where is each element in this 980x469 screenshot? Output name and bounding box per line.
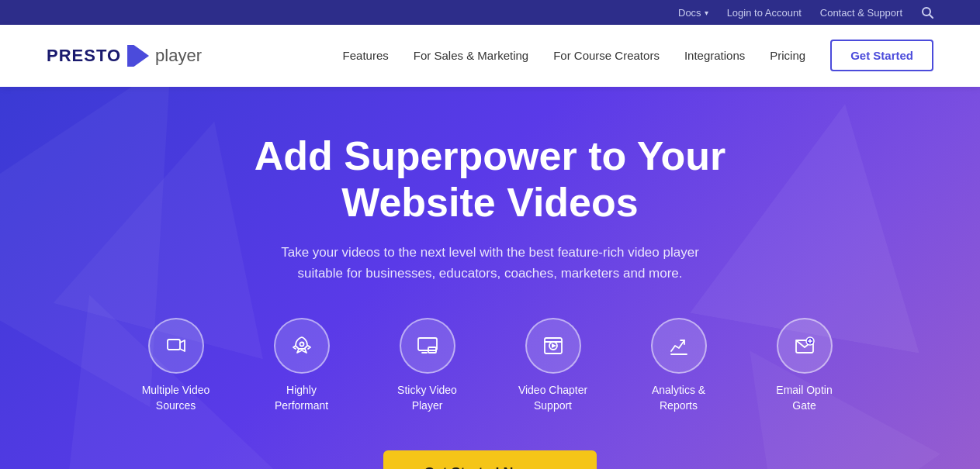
nav-course-creators[interactable]: For Course Creators	[553, 49, 660, 62]
hero-section: Add Superpower to Your Website Videos Ta…	[0, 87, 980, 469]
nav-integrations[interactable]: Integrations	[684, 49, 745, 62]
rocket-icon	[290, 334, 313, 357]
feature-video-chapter-label: Video ChapterSupport	[518, 383, 587, 413]
nav-features[interactable]: Features	[343, 49, 389, 62]
chevron-down-icon: ▾	[705, 9, 708, 17]
logo[interactable]: PRESTO player	[47, 45, 202, 67]
sticky-video-icon-circle	[400, 318, 455, 374]
feature-analytics: Analytics &Reports	[636, 318, 722, 413]
highly-performant-icon-circle	[274, 318, 330, 374]
analytics-icon-circle	[651, 318, 707, 374]
multiple-video-icon-circle	[148, 318, 204, 374]
nav-sales-marketing[interactable]: For Sales & Marketing	[414, 49, 528, 62]
docs-link[interactable]: Docs ▾	[678, 7, 708, 19]
feature-video-chapter: Video ChapterSupport	[511, 318, 596, 413]
svg-rect-2	[168, 340, 180, 350]
support-link[interactable]: Contact & Support	[820, 7, 902, 19]
docs-label: Docs	[678, 7, 701, 19]
sticky-player-icon	[416, 334, 439, 357]
svg-line-1	[930, 15, 933, 18]
feature-analytics-label: Analytics &Reports	[652, 383, 705, 413]
video-chapter-icon-circle	[525, 318, 581, 374]
svg-point-3	[300, 342, 303, 346]
cta-label: Get Started Now	[424, 465, 532, 469]
feature-highly-performant-label: HighlyPerformant	[275, 383, 328, 413]
chapter-icon	[542, 334, 565, 357]
email-optin-icon-circle	[777, 318, 833, 374]
nav-get-started-button[interactable]: Get Started	[830, 40, 933, 71]
feature-email-optin-label: Email OptinGate	[776, 383, 832, 413]
bg-shape-2	[690, 87, 960, 353]
email-icon	[793, 334, 816, 357]
main-nav: PRESTO player Features For Sales & Marke…	[0, 25, 980, 87]
feature-sticky-video: Sticky VideoPlayer	[385, 318, 470, 413]
svg-rect-4	[418, 338, 437, 350]
feature-multiple-video: Multiple VideoSources	[133, 318, 219, 413]
svg-marker-9	[552, 343, 556, 348]
nav-links: Features For Sales & Marketing For Cours…	[343, 49, 933, 63]
hero-subtitle: Take your videos to the next level with …	[273, 242, 708, 284]
nav-pricing[interactable]: Pricing	[770, 49, 805, 62]
get-started-now-button[interactable]: Get Started Now →	[383, 450, 596, 469]
search-icon	[921, 6, 933, 19]
video-sources-icon	[164, 334, 188, 357]
top-bar: Docs ▾ Login to Account Contact & Suppor…	[0, 0, 980, 25]
login-link[interactable]: Login to Account	[727, 7, 802, 19]
features-row: Multiple VideoSources HighlyPerformant	[133, 318, 847, 413]
cta-arrow-icon: →	[541, 464, 556, 469]
feature-email-optin: Email OptinGate	[762, 318, 847, 413]
feature-highly-performant: HighlyPerformant	[259, 318, 345, 413]
feature-sticky-video-label: Sticky VideoPlayer	[397, 383, 457, 413]
logo-icon	[127, 45, 149, 67]
logo-player-text: player	[155, 46, 202, 66]
feature-multiple-video-label: Multiple VideoSources	[142, 383, 210, 413]
logo-presto-text: PRESTO	[47, 46, 121, 66]
search-button[interactable]	[921, 6, 933, 19]
analytics-icon	[667, 334, 691, 357]
hero-title: Add Superpower to Your Website Videos	[255, 133, 726, 226]
